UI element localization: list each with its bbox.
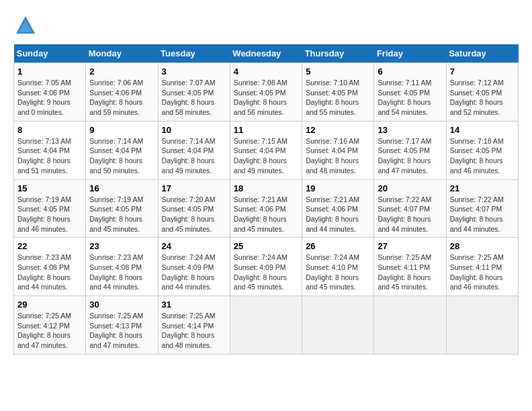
- day-number: 6: [378, 66, 442, 77]
- day-number: 21: [450, 183, 515, 193]
- day-detail: Sunrise: 7:08 AM Sunset: 4:05 PM Dayligh…: [234, 78, 298, 118]
- col-header-wednesday: Wednesday: [230, 44, 302, 63]
- day-number: 23: [89, 241, 154, 251]
- calendar-cell: 1Sunrise: 7:05 AM Sunset: 4:06 PM Daylig…: [14, 63, 86, 122]
- calendar-cell: 15Sunrise: 7:19 AM Sunset: 4:05 PM Dayli…: [14, 179, 86, 238]
- calendar-week-2: 8Sunrise: 7:13 AM Sunset: 4:04 PM Daylig…: [14, 121, 519, 179]
- calendar-cell: 28Sunrise: 7:25 AM Sunset: 4:11 PM Dayli…: [446, 238, 518, 296]
- calendar-cell: 16Sunrise: 7:19 AM Sunset: 4:05 PM Dayli…: [86, 179, 158, 238]
- col-header-tuesday: Tuesday: [158, 44, 230, 63]
- day-number: 19: [306, 183, 370, 193]
- day-number: 25: [234, 241, 298, 251]
- day-detail: Sunrise: 7:19 AM Sunset: 4:05 PM Dayligh…: [17, 195, 82, 234]
- col-header-friday: Friday: [374, 44, 446, 63]
- day-detail: Sunrise: 7:21 AM Sunset: 4:06 PM Dayligh…: [234, 195, 298, 234]
- calendar-week-4: 22Sunrise: 7:23 AM Sunset: 4:08 PM Dayli…: [14, 238, 519, 296]
- calendar-cell: 8Sunrise: 7:13 AM Sunset: 4:04 PM Daylig…: [14, 121, 86, 179]
- calendar-cell: 14Sunrise: 7:18 AM Sunset: 4:05 PM Dayli…: [446, 121, 518, 179]
- day-detail: Sunrise: 7:24 AM Sunset: 4:09 PM Dayligh…: [234, 253, 298, 292]
- day-detail: Sunrise: 7:15 AM Sunset: 4:04 PM Dayligh…: [234, 136, 298, 176]
- day-number: 20: [378, 183, 442, 193]
- day-detail: Sunrise: 7:20 AM Sunset: 4:05 PM Dayligh…: [162, 195, 226, 234]
- calendar-week-3: 15Sunrise: 7:19 AM Sunset: 4:05 PM Dayli…: [14, 179, 519, 238]
- calendar-cell: [374, 296, 446, 355]
- day-detail: Sunrise: 7:06 AM Sunset: 4:06 PM Dayligh…: [89, 78, 154, 118]
- day-detail: Sunrise: 7:18 AM Sunset: 4:05 PM Dayligh…: [450, 136, 515, 176]
- calendar-cell: [230, 296, 302, 355]
- day-detail: Sunrise: 7:23 AM Sunset: 4:08 PM Dayligh…: [89, 253, 154, 292]
- day-number: 18: [234, 183, 298, 193]
- day-detail: Sunrise: 7:19 AM Sunset: 4:05 PM Dayligh…: [89, 195, 154, 234]
- calendar-cell: 10Sunrise: 7:14 AM Sunset: 4:04 PM Dayli…: [158, 121, 230, 179]
- col-header-saturday: Saturday: [446, 44, 518, 63]
- day-number: 26: [306, 241, 370, 251]
- day-number: 28: [450, 241, 515, 251]
- calendar-cell: 6Sunrise: 7:11 AM Sunset: 4:05 PM Daylig…: [374, 63, 446, 122]
- day-detail: Sunrise: 7:22 AM Sunset: 4:07 PM Dayligh…: [450, 195, 515, 234]
- calendar-cell: 30Sunrise: 7:25 AM Sunset: 4:13 PM Dayli…: [86, 296, 158, 355]
- day-detail: Sunrise: 7:12 AM Sunset: 4:05 PM Dayligh…: [450, 78, 515, 118]
- day-number: 8: [17, 125, 82, 135]
- day-number: 30: [89, 300, 154, 310]
- day-detail: Sunrise: 7:24 AM Sunset: 4:10 PM Dayligh…: [306, 253, 370, 292]
- calendar-cell: 23Sunrise: 7:23 AM Sunset: 4:08 PM Dayli…: [86, 238, 158, 296]
- calendar-cell: 25Sunrise: 7:24 AM Sunset: 4:09 PM Dayli…: [230, 238, 302, 296]
- day-detail: Sunrise: 7:25 AM Sunset: 4:11 PM Dayligh…: [378, 253, 442, 292]
- col-header-sunday: Sunday: [14, 44, 86, 63]
- day-number: 17: [162, 183, 226, 193]
- day-detail: Sunrise: 7:05 AM Sunset: 4:06 PM Dayligh…: [17, 78, 82, 118]
- day-number: 1: [17, 66, 82, 77]
- calendar-cell: 24Sunrise: 7:24 AM Sunset: 4:09 PM Dayli…: [158, 238, 230, 296]
- calendar-cell: 31Sunrise: 7:25 AM Sunset: 4:14 PM Dayli…: [158, 296, 230, 355]
- calendar-cell: 20Sunrise: 7:22 AM Sunset: 4:07 PM Dayli…: [374, 179, 446, 238]
- calendar-week-1: 1Sunrise: 7:05 AM Sunset: 4:06 PM Daylig…: [14, 63, 519, 122]
- day-number: 22: [17, 241, 82, 251]
- day-detail: Sunrise: 7:25 AM Sunset: 4:11 PM Dayligh…: [450, 253, 515, 292]
- day-number: 3: [162, 66, 226, 77]
- day-detail: Sunrise: 7:25 AM Sunset: 4:14 PM Dayligh…: [162, 311, 226, 351]
- day-number: 29: [17, 300, 82, 310]
- day-number: 9: [89, 125, 154, 135]
- day-number: 14: [450, 125, 515, 135]
- day-detail: Sunrise: 7:25 AM Sunset: 4:12 PM Dayligh…: [17, 311, 82, 351]
- day-number: 4: [234, 66, 298, 77]
- logo-icon: [13, 13, 38, 38]
- calendar-cell: 9Sunrise: 7:14 AM Sunset: 4:04 PM Daylig…: [86, 121, 158, 179]
- calendar-cell: 17Sunrise: 7:20 AM Sunset: 4:05 PM Dayli…: [158, 179, 230, 238]
- calendar-cell: 26Sunrise: 7:24 AM Sunset: 4:10 PM Dayli…: [302, 238, 374, 296]
- calendar-cell: 19Sunrise: 7:21 AM Sunset: 4:06 PM Dayli…: [302, 179, 374, 238]
- calendar-cell: 5Sunrise: 7:10 AM Sunset: 4:05 PM Daylig…: [302, 63, 374, 122]
- day-number: 7: [450, 66, 515, 77]
- calendar-cell: [302, 296, 374, 355]
- day-number: 10: [162, 125, 226, 135]
- day-number: 31: [162, 300, 226, 310]
- day-number: 13: [378, 125, 442, 135]
- calendar-cell: 4Sunrise: 7:08 AM Sunset: 4:05 PM Daylig…: [230, 63, 302, 122]
- calendar-week-5: 29Sunrise: 7:25 AM Sunset: 4:12 PM Dayli…: [14, 296, 519, 355]
- header: [13, 13, 519, 38]
- day-detail: Sunrise: 7:25 AM Sunset: 4:13 PM Dayligh…: [89, 311, 154, 351]
- day-detail: Sunrise: 7:14 AM Sunset: 4:04 PM Dayligh…: [89, 136, 154, 176]
- calendar-cell: 13Sunrise: 7:17 AM Sunset: 4:05 PM Dayli…: [374, 121, 446, 179]
- calendar-cell: 18Sunrise: 7:21 AM Sunset: 4:06 PM Dayli…: [230, 179, 302, 238]
- day-number: 2: [89, 66, 154, 77]
- calendar-cell: [446, 296, 518, 355]
- col-header-thursday: Thursday: [302, 44, 374, 63]
- day-detail: Sunrise: 7:11 AM Sunset: 4:05 PM Dayligh…: [378, 78, 442, 118]
- day-number: 5: [306, 66, 370, 77]
- day-detail: Sunrise: 7:13 AM Sunset: 4:04 PM Dayligh…: [17, 136, 82, 176]
- calendar-cell: 7Sunrise: 7:12 AM Sunset: 4:05 PM Daylig…: [446, 63, 518, 122]
- calendar-table: SundayMondayTuesdayWednesdayThursdayFrid…: [13, 44, 519, 355]
- day-number: 24: [162, 241, 226, 251]
- day-detail: Sunrise: 7:24 AM Sunset: 4:09 PM Dayligh…: [162, 253, 226, 292]
- calendar-cell: 29Sunrise: 7:25 AM Sunset: 4:12 PM Dayli…: [14, 296, 86, 355]
- calendar-cell: 22Sunrise: 7:23 AM Sunset: 4:08 PM Dayli…: [14, 238, 86, 296]
- day-number: 11: [234, 125, 298, 135]
- calendar-cell: 3Sunrise: 7:07 AM Sunset: 4:05 PM Daylig…: [158, 63, 230, 122]
- calendar-cell: 11Sunrise: 7:15 AM Sunset: 4:04 PM Dayli…: [230, 121, 302, 179]
- day-detail: Sunrise: 7:16 AM Sunset: 4:04 PM Dayligh…: [306, 136, 370, 176]
- calendar-cell: 27Sunrise: 7:25 AM Sunset: 4:11 PM Dayli…: [374, 238, 446, 296]
- day-number: 12: [306, 125, 370, 135]
- day-detail: Sunrise: 7:14 AM Sunset: 4:04 PM Dayligh…: [162, 136, 226, 176]
- calendar-cell: 12Sunrise: 7:16 AM Sunset: 4:04 PM Dayli…: [302, 121, 374, 179]
